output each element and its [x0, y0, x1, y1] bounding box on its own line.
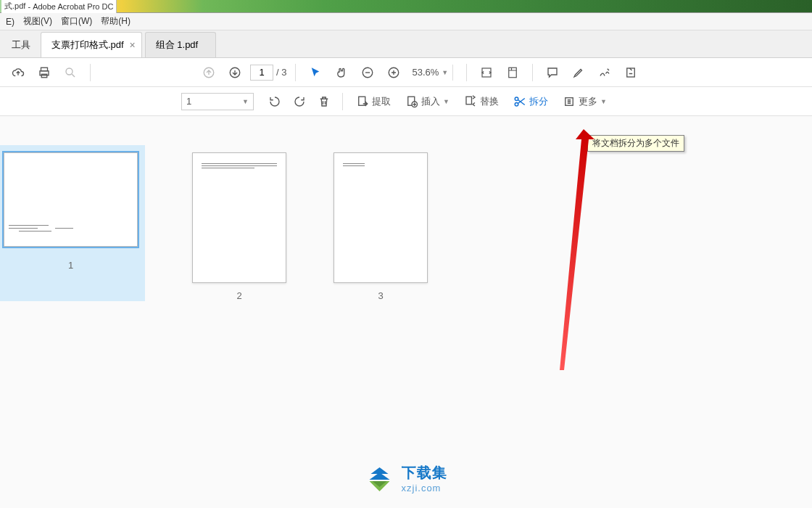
more-icon [563, 95, 576, 108]
svg-rect-9 [509, 67, 517, 78]
close-icon[interactable]: × [128, 41, 137, 49]
separator [452, 65, 453, 81]
zoom-level[interactable]: 53.6% ▼ [409, 65, 457, 81]
chevron-down-icon: ▼ [242, 98, 249, 105]
chevron-down-icon: ▼ [443, 98, 450, 105]
split-label: 拆分 [529, 95, 548, 108]
tab-doc2[interactable]: 组合 1.pdf [145, 32, 217, 57]
page-selector-value: 1 [186, 96, 191, 107]
extract-button[interactable]: 提取 [350, 91, 397, 112]
titlebar: 式.pdf - Adobe Acrobat Pro DC [0, 0, 812, 13]
page-up-icon[interactable] [198, 62, 220, 83]
page-down-icon[interactable] [224, 62, 246, 83]
sign-icon[interactable] [594, 62, 616, 83]
svg-point-16 [515, 102, 518, 106]
replace-button[interactable]: 替换 [458, 91, 505, 112]
main-toolbar: / 3 53.6% ▼ [0, 58, 812, 87]
replace-icon [464, 95, 477, 108]
replace-label: 替换 [480, 95, 499, 108]
pointer-icon[interactable] [304, 62, 326, 83]
more-button[interactable]: 更多 ▼ [557, 91, 613, 112]
thumbnail-1-number: 1 [68, 254, 73, 276]
page-input-group: / 3 [250, 65, 286, 81]
svg-rect-0 [41, 67, 48, 71]
tab-doc2-label: 组合 1.pdf [156, 38, 199, 52]
page-total: / 3 [276, 67, 286, 78]
insert-label: 插入 [421, 95, 440, 108]
menu-help[interactable]: 帮助(H) [96, 15, 135, 28]
watermark: 下载集 xzji.com [365, 463, 447, 493]
watermark-en: xzji.com [402, 483, 447, 493]
thumbnail-2-page [192, 152, 286, 283]
extract-label: 提取 [372, 95, 391, 108]
rotate-left-icon[interactable] [264, 91, 286, 112]
organize-toolbar: 1 ▼ 提取 插入 ▼ 替换 拆分 更多 ▼ [0, 87, 812, 116]
thumbnail-2-number: 2 [236, 290, 241, 301]
svg-rect-8 [482, 68, 491, 77]
thumbnail-3-number: 3 [378, 290, 383, 301]
separator [295, 64, 296, 81]
zoom-in-icon[interactable] [383, 62, 405, 83]
watermark-cn: 下载集 [402, 463, 447, 483]
split-button[interactable]: 拆分 [508, 91, 554, 112]
fit-width-icon[interactable] [476, 62, 497, 83]
menu-edit[interactable]: E) [1, 17, 19, 27]
thumbnail-1[interactable]: 1 [0, 145, 145, 301]
tabs-row: 工具 支票打印格式.pdf × 组合 1.pdf [0, 30, 812, 58]
watermark-logo-icon [365, 464, 394, 493]
svg-rect-14 [466, 97, 472, 105]
svg-point-3 [66, 68, 72, 75]
comment-icon[interactable] [542, 62, 563, 83]
stamp-icon[interactable] [620, 62, 642, 83]
separator [342, 93, 343, 110]
highlight-icon[interactable] [568, 62, 589, 83]
separator [466, 64, 467, 81]
chevron-down-icon: ▼ [442, 69, 448, 76]
chevron-down-icon: ▼ [600, 98, 607, 105]
more-label: 更多 [579, 95, 597, 108]
fit-page-icon[interactable] [502, 62, 523, 83]
scissors-icon [513, 95, 526, 108]
svg-rect-2 [41, 74, 47, 78]
tab-tools[interactable]: 工具 [1, 33, 41, 57]
thumbnail-2[interactable]: 2 [192, 152, 286, 301]
svg-point-15 [515, 97, 518, 101]
thumbnails-row: 1 2 3 [0, 152, 812, 301]
split-tooltip: 将文档拆分为多个文件 [587, 135, 684, 152]
page-number-input[interactable] [250, 65, 273, 81]
insert-icon [405, 95, 418, 108]
zoom-value: 53.6% [412, 67, 439, 78]
search-icon[interactable] [59, 62, 81, 83]
zoom-out-icon[interactable] [357, 62, 378, 83]
page-selector[interactable]: 1 ▼ [181, 93, 254, 110]
extract-icon [356, 95, 369, 108]
tab-doc1[interactable]: 支票打印格式.pdf × [41, 32, 142, 57]
hand-icon[interactable] [331, 62, 352, 83]
cloud-upload-icon[interactable] [7, 62, 29, 83]
separator [90, 64, 91, 81]
separator [532, 64, 533, 81]
tab-doc1-label: 支票打印格式.pdf [51, 38, 124, 52]
print-icon[interactable] [33, 62, 55, 83]
insert-button[interactable]: 插入 ▼ [399, 91, 455, 112]
title-app: Adobe Acrobat Pro DC [33, 2, 113, 11]
content-area: 1 2 3 将文档拆分为多个文件 下载集 xzji.com [0, 116, 812, 508]
menu-view[interactable]: 视图(V) [19, 15, 57, 28]
title-text: 式.pdf - Adobe Acrobat Pro DC [1, 0, 117, 13]
thumbnail-1-page [4, 152, 138, 247]
rotate-right-icon[interactable] [289, 91, 310, 112]
menubar: E) 视图(V) 窗口(W) 帮助(H) [0, 13, 812, 30]
delete-icon[interactable] [313, 91, 335, 112]
menu-window[interactable]: 窗口(W) [57, 15, 96, 28]
thumbnail-3[interactable]: 3 [334, 152, 428, 301]
title-filename: 式.pdf [4, 1, 25, 12]
thumbnail-3-page [334, 152, 428, 283]
